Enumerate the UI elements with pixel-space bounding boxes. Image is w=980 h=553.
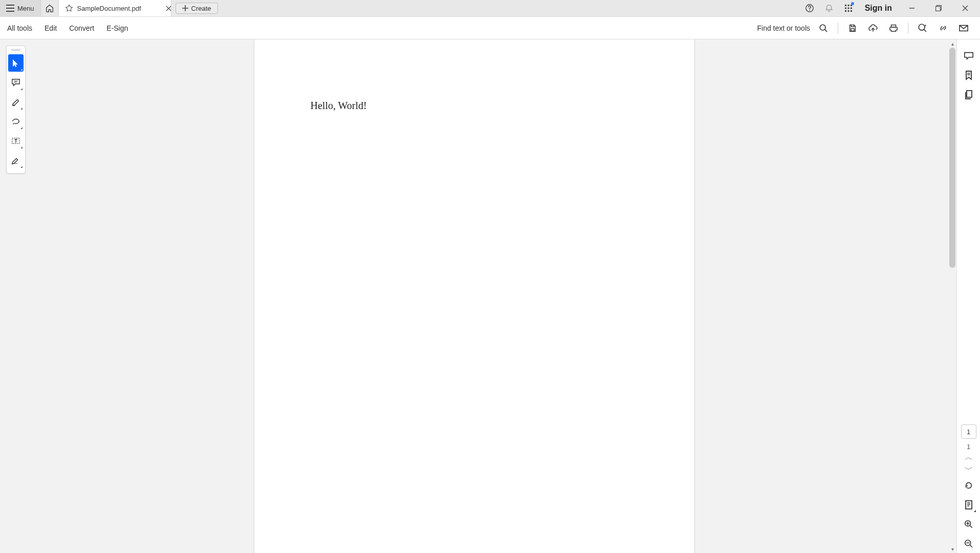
page-up-button[interactable]: ︿ <box>957 452 980 463</box>
scroll-down-button[interactable]: ▾ <box>948 545 956 553</box>
comments-panel-button[interactable] <box>960 47 978 65</box>
save-button[interactable] <box>843 19 862 37</box>
share-link-button[interactable] <box>934 19 952 37</box>
svg-rect-14 <box>851 28 854 31</box>
window-maximize-button[interactable] <box>927 0 950 16</box>
sign-tool[interactable] <box>8 152 24 169</box>
separator <box>838 23 838 34</box>
comment-tool[interactable] <box>8 74 24 91</box>
menu-button[interactable]: Menu <box>0 0 40 16</box>
tab-close-button[interactable] <box>166 4 171 13</box>
zoom-out-icon <box>964 539 973 548</box>
zoom-out-button[interactable] <box>960 535 978 553</box>
maximize-icon <box>935 5 942 11</box>
tool-palette[interactable] <box>6 46 26 174</box>
cloud-upload-icon <box>868 24 878 33</box>
workarea: Hello, World! ▴ ▾ 1 ︿ ﹀ <box>0 39 980 553</box>
zoom-in-button[interactable] <box>960 515 978 534</box>
lasso-icon <box>11 118 20 125</box>
document-tab[interactable]: SampleDocument.pdf <box>59 0 171 16</box>
rotate-button[interactable] <box>960 476 978 495</box>
window-close-button[interactable] <box>953 0 977 16</box>
right-rail: 1 ︿ ﹀ <box>956 39 980 553</box>
sparkle-search-icon <box>918 23 928 33</box>
titlebar-right: Sign in <box>801 0 980 16</box>
svg-rect-12 <box>936 7 941 11</box>
tab-title: SampleDocument.pdf <box>77 5 141 12</box>
svg-rect-4 <box>851 5 852 6</box>
signin-button[interactable]: Sign in <box>860 4 897 13</box>
print-icon <box>889 24 898 33</box>
upload-button[interactable] <box>864 19 882 37</box>
close-icon <box>166 6 171 11</box>
email-button[interactable] <box>954 19 973 37</box>
scrollbar-thumb[interactable] <box>949 48 955 268</box>
svg-rect-8 <box>845 10 846 12</box>
speech-bubble-icon <box>964 51 974 60</box>
bookmarks-panel-button[interactable] <box>960 66 978 84</box>
document-text: Hello, World! <box>311 100 638 112</box>
cursor-icon <box>12 58 20 68</box>
window-minimize-button[interactable] <box>900 0 924 16</box>
chevron-up-icon: ▴ <box>951 41 954 47</box>
svg-rect-3 <box>847 5 849 6</box>
svg-rect-6 <box>847 8 849 9</box>
print-button[interactable] <box>884 19 903 37</box>
close-icon <box>962 5 968 11</box>
page-number-input[interactable] <box>961 424 976 439</box>
page[interactable]: Hello, World! <box>254 39 694 553</box>
svg-rect-20 <box>966 501 972 509</box>
page-down-button[interactable]: ﹀ <box>957 464 980 475</box>
signature-icon <box>11 156 20 164</box>
titlebar: Menu SampleDocument.pdf Create <box>0 0 980 17</box>
document-viewport[interactable]: Hello, World! <box>0 39 948 553</box>
scrollbar-track[interactable] <box>948 48 956 545</box>
textbox-icon <box>11 137 20 145</box>
tab-convert[interactable]: Convert <box>69 22 94 34</box>
toolbar: All tools Edit Convert E-Sign Find text … <box>0 17 980 39</box>
svg-point-1 <box>809 10 810 11</box>
tab-esign[interactable]: E-Sign <box>106 22 128 34</box>
scroll-up-button[interactable]: ▴ <box>948 39 956 48</box>
separator <box>908 23 908 34</box>
highlight-tool[interactable] <box>8 93 24 111</box>
chevron-up-icon: ︿ <box>965 452 973 463</box>
apps-button[interactable] <box>840 0 857 16</box>
bookmark-icon <box>964 70 973 80</box>
plus-icon <box>182 5 188 11</box>
menu-label: Menu <box>17 5 34 12</box>
search-icon <box>819 24 828 33</box>
pages-icon <box>964 90 973 100</box>
home-button[interactable] <box>40 0 59 16</box>
help-button[interactable] <box>801 0 818 16</box>
draw-tool[interactable] <box>8 113 24 130</box>
comment-icon <box>11 78 20 87</box>
svg-rect-5 <box>845 8 846 9</box>
find-button[interactable] <box>814 19 833 37</box>
svg-rect-7 <box>851 8 852 9</box>
star-icon[interactable] <box>65 4 73 12</box>
tab-all-tools[interactable]: All tools <box>7 22 32 34</box>
thumbnails-panel-button[interactable] <box>960 86 978 104</box>
find-label: Find text or tools <box>757 24 811 32</box>
chevron-down-icon: ﹀ <box>965 464 973 475</box>
help-icon <box>805 4 814 13</box>
home-icon <box>45 4 54 13</box>
ai-assist-button[interactable] <box>913 19 932 37</box>
svg-rect-9 <box>847 10 849 12</box>
tab-edit[interactable]: Edit <box>45 22 57 34</box>
bell-icon <box>824 4 834 13</box>
chevron-down-icon: ▾ <box>951 546 954 552</box>
vertical-scrollbar[interactable]: ▴ ▾ <box>948 39 956 553</box>
svg-rect-10 <box>851 10 852 12</box>
palette-grip[interactable] <box>11 49 20 51</box>
save-icon <box>848 24 857 33</box>
select-tool[interactable] <box>8 54 24 72</box>
textbox-tool[interactable] <box>8 132 24 150</box>
svg-rect-19 <box>967 91 972 97</box>
create-button[interactable]: Create <box>176 3 218 14</box>
page-total: 1 <box>967 443 970 451</box>
notifications-button[interactable] <box>821 0 837 16</box>
mail-icon <box>959 25 968 32</box>
page-display-button[interactable] <box>960 496 978 514</box>
